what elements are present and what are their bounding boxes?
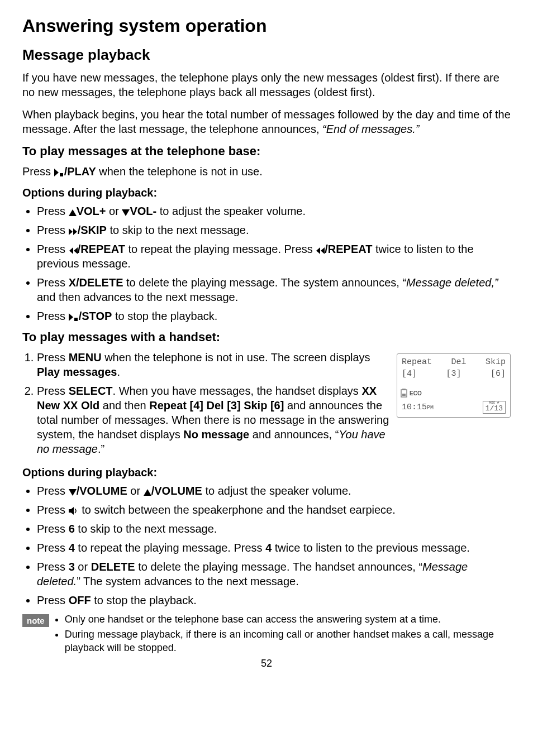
- key-label: 4: [265, 542, 272, 554]
- key-label: SELECT: [69, 385, 113, 397]
- rewind-icon: [316, 247, 325, 254]
- screen-msg-count: 1/13: [486, 404, 503, 413]
- page-title: Answering system operation: [22, 16, 511, 36]
- screen-repeat-label: Repeat: [402, 357, 432, 367]
- list-item: Press /VOLUME or /VOLUME to adjust the s…: [37, 484, 511, 498]
- list-item: Press 3 or DELETE to delete the playing …: [37, 559, 511, 588]
- list-item: Press to switch between the speakerphone…: [37, 503, 511, 517]
- down-triangle-icon: [122, 209, 130, 216]
- list-item: Press /STOP to stop the playback.: [37, 309, 511, 323]
- screen-ampm: PM: [427, 405, 434, 411]
- svg-marker-4: [69, 228, 73, 235]
- screen-msg-box: MSG # 1/13: [483, 401, 506, 414]
- screen-repeat-key: [4]: [402, 369, 417, 379]
- text: when the telephone is not in use.: [96, 165, 263, 178]
- key-label: VOL-: [130, 205, 156, 217]
- section-heading: Message playback: [22, 46, 511, 64]
- svg-rect-14: [402, 394, 406, 396]
- bold-text: Play messages: [37, 366, 117, 378]
- handset-options-list: Press /VOLUME or /VOLUME to adjust the s…: [22, 484, 511, 607]
- speaker-icon: [69, 507, 79, 515]
- text: to repeat the playing message. Press: [125, 243, 316, 255]
- text: Press: [37, 205, 69, 217]
- list-item: Press MENU when the telephone is not in …: [37, 350, 391, 379]
- text: Press: [22, 165, 54, 178]
- handset-row: Press MENU when the telephone is not in …: [22, 350, 511, 462]
- text: to skip to the next message.: [75, 523, 217, 535]
- text: . When you have messages, the handset di…: [113, 385, 362, 397]
- note-badge: note: [22, 614, 49, 627]
- screen-bottom-row: 10:15PM MSG # 1/13: [401, 401, 507, 414]
- key-label: /PLAY: [64, 165, 96, 178]
- fast-forward-icon: [69, 228, 78, 235]
- text: Press: [37, 504, 69, 516]
- base-heading: To play messages at the telephone base:: [22, 144, 511, 159]
- text: Press: [37, 542, 69, 554]
- screen-skip-key: [6]: [491, 369, 506, 379]
- key-label: 3: [69, 561, 75, 573]
- screen-del-label: Del: [451, 357, 466, 367]
- svg-marker-17: [69, 507, 74, 515]
- text: .”: [98, 443, 104, 455]
- key-label: /VOLUME: [151, 485, 202, 497]
- screen-eco-label: ECO: [410, 390, 422, 396]
- play-stop-icon: [54, 169, 64, 176]
- list-item: During message playback, if there is an …: [65, 628, 511, 654]
- page-number: 52: [22, 658, 511, 669]
- list-item: Only one handset or the telephone base c…: [65, 613, 511, 626]
- screen-del-key: [3]: [446, 369, 461, 379]
- key-label: /REPEAT: [78, 243, 125, 255]
- bold-text: Repeat [4] Del [3] Skip [6]: [149, 399, 284, 412]
- list-item: Press 4 to repeat the playing message. P…: [37, 540, 511, 555]
- svg-rect-1: [60, 173, 63, 176]
- svg-marker-10: [69, 313, 73, 321]
- text: Press: [37, 485, 69, 497]
- rewind-icon: [69, 247, 78, 254]
- text: Press: [37, 561, 69, 573]
- list-item: Press X/DELETE to delete the playing mes…: [37, 275, 511, 304]
- screen-row-1: Repeat Del Skip: [401, 356, 507, 368]
- svg-marker-0: [54, 169, 59, 176]
- italic-text: “End of messages.”: [322, 123, 419, 135]
- svg-rect-11: [74, 318, 78, 321]
- key-label: /VOLUME: [77, 485, 127, 497]
- text: Press: [37, 276, 69, 289]
- svg-marker-9: [316, 247, 320, 254]
- svg-marker-16: [144, 489, 151, 496]
- text: Press: [37, 351, 69, 363]
- text: to delete the playing message. The syste…: [123, 276, 406, 289]
- text: to skip to the next message.: [107, 224, 249, 236]
- bold-text: No message: [183, 428, 249, 441]
- key-label: /STOP: [79, 310, 112, 322]
- svg-marker-7: [69, 247, 73, 254]
- list-item: Press /SKIP to skip to the next message.: [37, 223, 511, 237]
- screen-time-value: 10:15: [402, 403, 427, 412]
- svg-marker-3: [122, 209, 130, 216]
- handset-screen: Repeat Del Skip [4] [3] [6] ECO 10:15PM …: [397, 353, 511, 418]
- list-item: Press /REPEAT to repeat the playing mess…: [37, 242, 511, 271]
- text: ” The system advances to the next messag…: [77, 575, 299, 587]
- text: Press: [37, 594, 69, 606]
- text: Press: [37, 310, 69, 322]
- svg-marker-15: [69, 489, 77, 496]
- handset-options-heading: Options during playback:: [22, 466, 511, 479]
- intro-paragraph-2: When playback begins, you hear the total…: [22, 107, 511, 136]
- list-item: Press VOL+ or VOL- to adjust the speaker…: [37, 204, 511, 218]
- text: to repeat the playing message. Press: [75, 542, 265, 554]
- key-label: VOL+: [77, 205, 106, 217]
- up-triangle-icon: [144, 489, 151, 496]
- note-list: Only one handset or the telephone base c…: [55, 613, 511, 657]
- intro-paragraph-1: If you have new messages, the telephone …: [22, 70, 511, 99]
- text: Press: [37, 243, 69, 255]
- play-stop-icon: [69, 313, 79, 321]
- italic-text: Message deleted,”: [406, 276, 498, 289]
- text: to stop the playback.: [91, 594, 197, 606]
- text: to adjust the speaker volume.: [202, 485, 351, 497]
- text: to stop the playback.: [112, 310, 217, 322]
- text: to switch between the speakerphone and t…: [79, 504, 396, 516]
- text: or: [75, 561, 91, 573]
- list-item: Press OFF to stop the playback.: [37, 593, 511, 607]
- key-label: 4: [69, 542, 75, 554]
- up-triangle-icon: [69, 209, 77, 216]
- text: and announces, “: [249, 428, 339, 441]
